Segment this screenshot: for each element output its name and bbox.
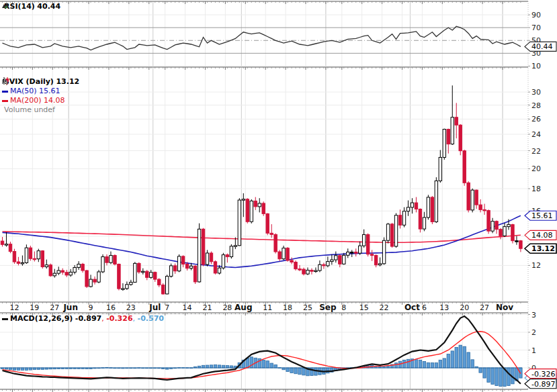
candle [335,256,337,260]
svg-text:14.08: 14.08 [531,231,553,240]
date-label: 23 [126,303,136,312]
macd-histogram-bar [459,345,462,368]
macd-histogram-bar [222,365,224,368]
scale-label: 2 [531,328,536,337]
candle [69,272,72,275]
candle [9,244,11,252]
macd-histogram-bar [431,362,433,368]
date-label: 22 [380,303,389,312]
candle [181,256,184,264]
candle [189,266,192,268]
macd-label: MACD(12,26,9) [10,314,73,323]
candle [443,130,445,158]
candle [57,271,60,273]
candle [53,273,56,276]
candle [89,279,92,287]
candle [427,197,429,217]
candle [226,255,228,257]
scale-label: 18 [531,185,541,193]
hist-value: -0.570 [138,314,164,323]
candle [185,264,188,268]
candle [398,215,401,226]
candle [366,235,369,254]
candle [93,279,96,282]
last-price: 13.12 [56,77,79,86]
macd-histogram-bar [286,368,289,372]
ma200-value: 14.08 [44,96,65,105]
macd-histogram-bar [455,348,458,368]
candle [61,271,64,273]
candle [495,222,498,230]
date-label: 19 [30,303,39,312]
date-label: Jul [148,303,161,312]
svg-text:-0.897: -0.897 [531,380,555,389]
svg-text:-0.326: -0.326 [531,370,555,379]
candle [41,251,44,267]
macd-histogram-bar [439,360,441,368]
candle [13,252,15,262]
candle [210,253,212,262]
candle [150,273,153,278]
candle [194,266,196,282]
rsi-value: 40.44 [37,2,60,11]
candle [21,262,24,264]
candle [222,255,224,268]
candle [359,246,361,253]
candle [314,271,317,272]
rsi-line [3,26,521,50]
candle [511,225,514,241]
candle [142,271,144,273]
date-label: Sep [319,303,337,312]
candle [105,257,108,263]
candle [483,209,486,211]
date-label: Jun [62,303,78,312]
macd-histogram-bar [226,366,228,368]
macd-histogram-bar [327,368,329,373]
chart-canvas: 9070503010302826242220181614123210121927… [0,0,557,392]
candle [29,248,32,258]
volume-label: Volume [4,105,32,114]
candle [134,263,136,282]
ma200-row: MA(200) 14.08 [2,96,79,105]
candle [294,262,297,269]
candle [419,209,421,230]
ma50-label: MA(50) [10,87,37,95]
candle [158,279,161,285]
axis-borders [0,1,528,392]
date-label: 15 [359,303,369,312]
candle [114,256,116,264]
svg-text:13.12: 13.12 [531,244,555,253]
candle [507,225,510,227]
candle [110,256,112,263]
candle [258,203,261,207]
macd-histogram-bar [302,368,305,375]
scale-label: 26 [531,115,541,124]
candle [270,233,273,234]
macd-histogram-bar [491,368,494,384]
scale-label: 3 [531,311,536,320]
date-label: 27 [480,303,489,312]
macd-histogram-bar [495,368,498,386]
candle [415,203,417,209]
candle [77,264,80,268]
candle [402,211,405,226]
candle [45,265,48,267]
scale-label: 20 [531,164,541,173]
candle [298,269,301,271]
macd-histogram-bar [218,365,220,368]
candle [339,256,341,264]
candle [177,256,180,271]
candle [290,260,293,262]
ma50-value: 15.61 [39,87,60,95]
macd-line-icon [2,318,8,320]
date-label: Oct [404,303,420,312]
candle [386,224,389,240]
symbol-title: $VIX (Daily) [4,77,54,86]
date-label: 13 [439,303,449,312]
svg-text:15.61: 15.61 [531,211,553,220]
candle [431,197,433,222]
macd-value: -0.897 [75,314,101,323]
candle [382,240,385,264]
candle [85,271,88,287]
candle [274,234,277,252]
